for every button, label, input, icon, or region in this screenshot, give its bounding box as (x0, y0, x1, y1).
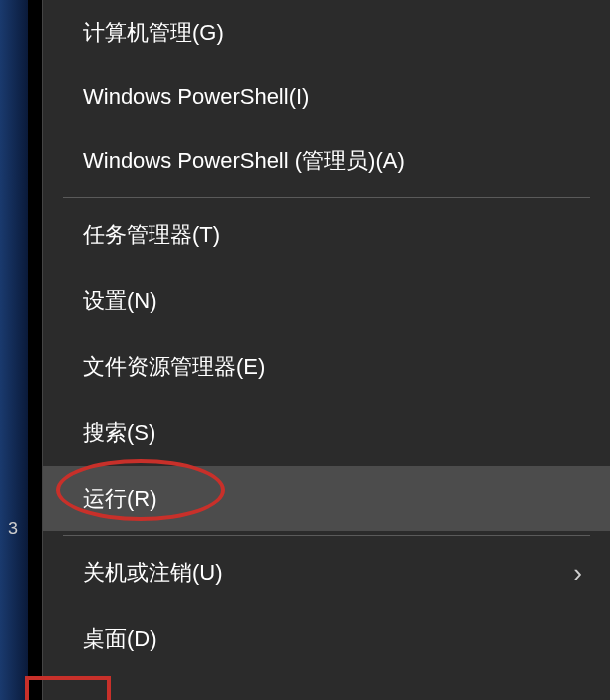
menu-item-label: 任务管理器(T) (83, 220, 220, 250)
menu-item-search[interactable]: 搜索(S) (43, 400, 610, 466)
menu-item-label: Windows PowerShell(I) (83, 84, 309, 110)
menu-item-shutdown-signout[interactable]: 关机或注销(U) › (43, 540, 610, 606)
menu-item-label: 文件资源管理器(E) (83, 352, 265, 382)
menu-item-label: 关机或注销(U) (83, 558, 223, 588)
chevron-right-icon: › (573, 558, 582, 589)
menu-item-label: Windows PowerShell (管理员)(A) (83, 146, 405, 175)
menu-item-label: 运行(R) (83, 484, 157, 514)
menu-item-powershell-admin[interactable]: Windows PowerShell (管理员)(A) (43, 128, 610, 193)
menu-item-label: 设置(N) (83, 286, 157, 316)
menu-item-label: 计算机管理(G) (83, 18, 224, 48)
menu-item-task-manager[interactable]: 任务管理器(T) (43, 202, 610, 268)
menu-item-settings[interactable]: 设置(N) (43, 268, 610, 334)
menu-separator (63, 197, 590, 198)
menu-item-label: 搜索(S) (83, 418, 155, 448)
page-number: 3 (8, 519, 18, 539)
menu-separator (63, 535, 590, 536)
menu-item-desktop[interactable]: 桌面(D) (43, 606, 610, 672)
taskbar-edge (0, 0, 28, 700)
menu-item-run[interactable]: 运行(R) (43, 466, 610, 531)
menu-item-label: 桌面(D) (83, 624, 157, 654)
menu-item-computer-management[interactable]: 计算机管理(G) (43, 0, 610, 66)
menu-item-file-explorer[interactable]: 文件资源管理器(E) (43, 334, 610, 400)
menu-item-powershell[interactable]: Windows PowerShell(I) (43, 66, 610, 128)
winx-context-menu: 计算机管理(G) Windows PowerShell(I) Windows P… (42, 0, 610, 700)
